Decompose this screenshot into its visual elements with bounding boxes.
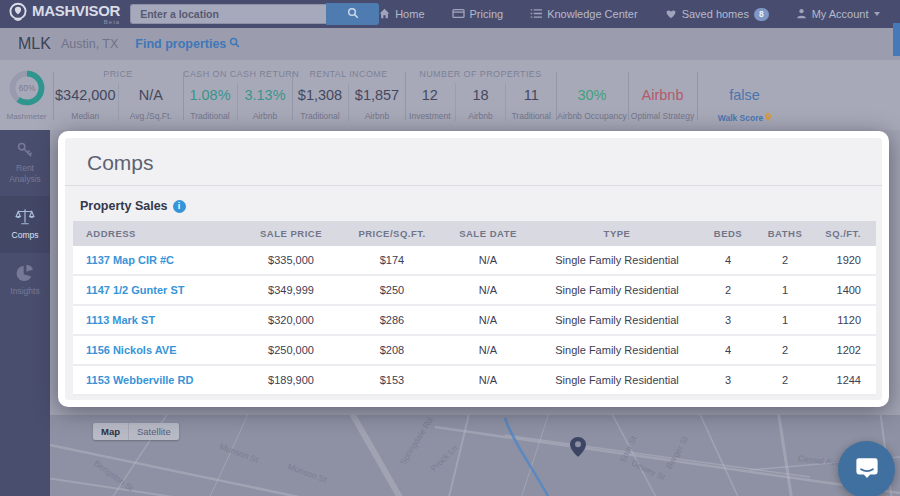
map-canvas[interactable]: Bengston St Munson St Munson St Springda… xyxy=(50,415,900,496)
col-baths: BATHS xyxy=(756,221,814,246)
col-sale-date: SALE DATE xyxy=(442,221,534,246)
sale-price-cell: $250,000 xyxy=(240,335,342,365)
stat-cash-on-cash: CASH ON CASH RETURN 1.08% Traditional 3.… xyxy=(183,60,292,130)
page-scrollbar-thumb[interactable] xyxy=(893,23,900,56)
coc-airbnb-value: 3.13% xyxy=(238,85,292,107)
baths-cell: 1 xyxy=(756,275,814,305)
pie-chart-icon xyxy=(2,264,48,282)
sidebar-comps-label: Comps xyxy=(12,230,39,240)
coc-airbnb-sub: Airbnb xyxy=(238,111,292,121)
price-avg-value: N/A xyxy=(119,85,184,107)
sale-date-cell: N/A xyxy=(442,365,534,395)
stat-walk-score: false Walk Score xyxy=(697,60,792,130)
nav-pricing[interactable]: Pricing xyxy=(452,8,504,21)
address-link[interactable]: 1153 Webberville RD xyxy=(73,365,240,395)
map-route-line xyxy=(505,418,548,496)
chat-launcher-button[interactable] xyxy=(838,441,895,496)
svg-text:60%: 60% xyxy=(18,84,35,93)
sidebar-item-insights[interactable]: Insights xyxy=(0,253,50,309)
map-type-satellite-button[interactable]: Satellite xyxy=(128,423,179,440)
mashmeter-label: Mashmeter xyxy=(0,112,53,121)
search-button[interactable] xyxy=(326,3,379,25)
sale-date-cell: N/A xyxy=(442,275,534,305)
stat-rental-income: RENTAL INCOME $1,308 Traditional $1,857 … xyxy=(292,60,405,130)
sale-date-cell: N/A xyxy=(442,246,534,275)
type-cell: Single Family Residential xyxy=(534,275,700,305)
price-sqft-cell: $250 xyxy=(342,275,442,305)
mashvisor-logo[interactable]: MASHVISOR Beta xyxy=(8,2,120,26)
logo-beta-label: Beta xyxy=(104,19,120,25)
sale-date-cell: N/A xyxy=(442,305,534,335)
strategy-sub: Optimal Strategy xyxy=(628,111,697,121)
numprops-traditional-value: 11 xyxy=(506,85,556,107)
col-sqft: SQ./FT. xyxy=(814,221,876,246)
price-sqft-cell: $153 xyxy=(342,365,442,395)
mashvisor-logo-icon xyxy=(8,2,28,26)
address-link[interactable]: 1147 1/2 Gunter ST xyxy=(73,275,240,305)
beds-cell: 3 xyxy=(700,365,756,395)
info-icon[interactable]: i xyxy=(173,200,186,213)
sale-price-cell: $320,000 xyxy=(240,305,342,335)
type-cell: Single Family Residential xyxy=(534,365,700,395)
property-sales-table: ADDRESS SALE PRICE PRICE/SQ.FT. SALE DAT… xyxy=(73,221,876,396)
col-sale-price: SALE PRICE xyxy=(240,221,342,246)
numprops-investment-sub: Investment xyxy=(405,111,455,121)
location-subheader: MLK Austin, TX Find properties xyxy=(0,28,900,60)
nav-home[interactable]: Home xyxy=(379,8,424,21)
price-avg-sub: Avg./Sq.Ft. xyxy=(119,111,184,121)
numprops-traditional-sub: Traditional xyxy=(506,111,556,121)
coc-traditional-sub: Traditional xyxy=(183,111,237,121)
rental-airbnb-value: $1,857 xyxy=(349,85,405,107)
rental-traditional-value: $1,308 xyxy=(292,85,348,107)
sidebar-rent-label: Rent Analysis xyxy=(9,163,41,184)
price-sqft-cell: $208 xyxy=(342,335,442,365)
sidebar-item-comps[interactable]: Comps xyxy=(0,196,50,253)
modal-title: Comps xyxy=(87,151,860,175)
strategy-value: Airbnb xyxy=(628,85,697,107)
col-address: ADDRESS xyxy=(73,221,240,246)
address-link[interactable]: 1156 Nickols AVE xyxy=(73,335,240,365)
rental-label: RENTAL INCOME xyxy=(292,69,405,82)
left-sidebar: Rent Analysis Comps Insights xyxy=(0,130,50,496)
location-search-input[interactable] xyxy=(130,4,326,24)
modal-body: Property Sales i ADDRESS SALE PRICE PRIC… xyxy=(65,186,882,407)
address-link[interactable]: 1113 Mark ST xyxy=(73,305,240,335)
nav-knowledge-center[interactable]: Knowledge Center xyxy=(530,8,638,21)
nav-my-account[interactable]: My Account xyxy=(796,8,880,21)
col-type: TYPE xyxy=(534,221,700,246)
numprops-airbnb-value: 18 xyxy=(456,85,506,107)
sidebar-item-rent-analysis[interactable]: Rent Analysis xyxy=(0,130,50,196)
find-properties-link[interactable]: Find properties xyxy=(135,37,240,51)
chat-icon xyxy=(854,455,880,485)
beds-cell: 3 xyxy=(700,305,756,335)
beds-cell: 4 xyxy=(700,246,756,275)
walkscore-link[interactable]: Walk Score xyxy=(718,113,772,123)
price-median-sub: Median xyxy=(53,111,118,121)
type-cell: Single Family Residential xyxy=(534,305,700,335)
pricing-card-icon xyxy=(452,8,465,21)
sqft-cell: 1120 xyxy=(814,305,876,335)
find-properties-label: Find properties xyxy=(135,37,226,51)
nav-saved-homes[interactable]: Saved homes 8 xyxy=(665,8,769,21)
address-link[interactable]: 1137 Map CIR #C xyxy=(73,246,240,275)
city-label: Austin, TX xyxy=(61,37,118,51)
sqft-cell: 1244 xyxy=(814,365,876,395)
heart-icon xyxy=(665,8,677,21)
nav-account-label: My Account xyxy=(812,8,869,20)
property-map-pin[interactable] xyxy=(570,437,586,457)
comps-modal: Comps Property Sales i ADDRESS SALE PRIC… xyxy=(58,131,889,407)
sale-price-cell: $189,900 xyxy=(240,365,342,395)
occupancy-sub: Airbnb Occupancy xyxy=(556,111,628,121)
baths-cell: 2 xyxy=(756,246,814,275)
sqft-cell: 1202 xyxy=(814,335,876,365)
price-sqft-cell: $174 xyxy=(342,246,442,275)
logo-text: MASHVISOR xyxy=(32,3,120,18)
map-type-map-button[interactable]: Map xyxy=(93,423,128,440)
table-row: 1137 Map CIR #C $335,000 $174 N/A Single… xyxy=(73,246,876,275)
walkscore-value: false xyxy=(697,85,792,107)
beds-cell: 2 xyxy=(700,275,756,305)
map-pin-icon xyxy=(765,113,771,123)
stat-optimal-strategy: Airbnb Optimal Strategy xyxy=(628,60,697,130)
search-icon xyxy=(229,37,240,51)
nav-pricing-label: Pricing xyxy=(470,8,504,20)
